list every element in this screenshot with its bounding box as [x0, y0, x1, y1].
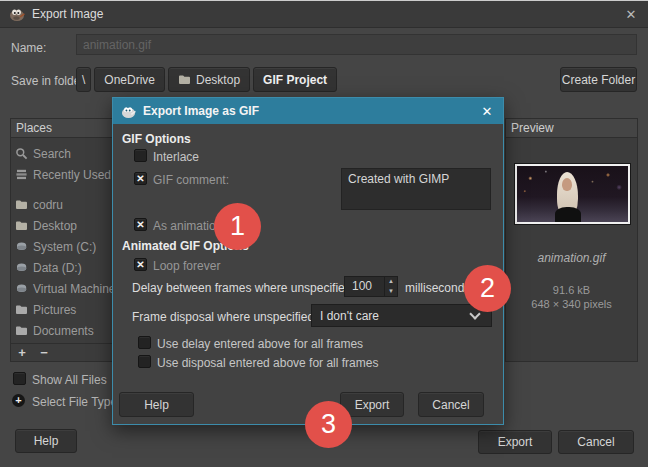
add-place-button[interactable]: +	[11, 345, 33, 360]
as-animation-checkbox[interactable]	[134, 218, 147, 231]
place-item-system-c[interactable]: System (C:)	[11, 236, 114, 257]
name-label: Name:	[11, 41, 46, 55]
search-icon	[15, 147, 28, 160]
use-delay-checkbox[interactable]	[138, 336, 151, 349]
place-label: Recently Used	[33, 168, 111, 182]
place-label: System (C:)	[33, 240, 96, 254]
place-item-documents[interactable]: Documents	[11, 320, 114, 341]
loop-forever-checkbox[interactable]	[134, 258, 147, 271]
annotation-step-3: 3	[305, 401, 352, 448]
filename-input[interactable]	[76, 34, 637, 55]
window-close-icon[interactable]: ✕	[614, 1, 648, 28]
breadcrumb-desktop[interactable]: Desktop	[168, 67, 250, 92]
interlace-label: Interlace	[153, 150, 199, 164]
folder-icon	[15, 303, 28, 316]
place-label: Pictures	[33, 303, 76, 317]
delay-label: Delay between frames where unspecified:	[132, 281, 355, 295]
frame-disposal-dropdown[interactable]: I don't care	[311, 304, 492, 327]
folder-icon	[178, 73, 191, 86]
places-panel: Places Search Recently Used	[10, 118, 115, 362]
export-gif-dialog: Export Image as GIF ✕ GIF Options Interl…	[112, 97, 504, 425]
place-label: codru	[33, 198, 63, 212]
place-item-codru[interactable]: codru	[11, 194, 114, 215]
frame-disposal-value: I don't care	[312, 309, 471, 323]
window-title: Export Image	[32, 7, 103, 21]
use-disposal-label: Use disposal entered above for all frame…	[157, 356, 378, 370]
create-folder-button[interactable]: Create Folder	[560, 67, 637, 92]
breadcrumb-onedrive[interactable]: OneDrive	[94, 67, 165, 92]
gif-help-button[interactable]: Help	[119, 392, 194, 417]
place-label: Documents	[33, 324, 94, 338]
gimp-wilber-icon	[9, 6, 25, 22]
places-footer: + −	[11, 343, 114, 361]
place-label: Data (D:)	[33, 261, 82, 275]
window-titlebar: Export Image ✕	[0, 1, 648, 28]
gif-options-header: GIF Options	[122, 132, 191, 146]
annotation-step-1: 1	[214, 203, 261, 250]
loop-forever-label: Loop forever	[153, 259, 220, 273]
places-header: Places	[11, 119, 114, 138]
place-item-data-d[interactable]: Data (D:)	[11, 257, 114, 278]
folder-icon	[15, 198, 28, 211]
annotation-step-2: 2	[464, 265, 511, 312]
preview-panel: Preview animation.gif 91.6 kB 648 × 340 …	[505, 118, 638, 362]
preview-filename: animation.gif	[506, 251, 637, 265]
place-label: Desktop	[33, 219, 77, 233]
spin-down-icon[interactable]: ▼	[385, 287, 397, 297]
gif-dialog-title: Export Image as GIF	[143, 104, 259, 118]
select-file-type-label: Select File Type	[32, 395, 117, 409]
gif-dialog-titlebar: Export Image as GIF ✕	[113, 98, 503, 124]
place-item-virtual-machines[interactable]: Virtual Machines	[11, 278, 114, 299]
gif-comment-checkbox[interactable]	[134, 172, 147, 185]
use-delay-label: Use delay entered above for all frames	[157, 337, 363, 351]
place-item-pictures[interactable]: Pictures	[11, 299, 114, 320]
show-all-files-label: Show All Files	[32, 373, 107, 387]
place-label: Virtual Machines	[33, 282, 114, 296]
window-top-edge	[0, 0, 648, 1]
interlace-checkbox[interactable]	[134, 149, 147, 162]
recently-used-icon	[15, 168, 28, 181]
breadcrumb-desktop-label: Desktop	[196, 73, 240, 87]
place-item-search[interactable]: Search	[11, 143, 114, 164]
spinner-buttons: ▲ ▼	[384, 277, 397, 296]
remove-place-button[interactable]: −	[33, 345, 55, 360]
gif-dialog-close-icon[interactable]: ✕	[475, 101, 499, 121]
preview-thumbnail	[515, 164, 630, 224]
folder-icon	[15, 219, 28, 232]
select-file-type-expander-icon[interactable]: +	[12, 394, 25, 407]
gimp-wilber-icon	[121, 104, 136, 119]
breadcrumb: \ OneDrive Desktop GIF Project	[76, 67, 337, 92]
drive-icon	[15, 261, 28, 274]
show-all-files-checkbox[interactable]	[13, 372, 26, 385]
export-button[interactable]: Export	[478, 430, 552, 454]
spin-up-icon[interactable]: ▲	[385, 277, 397, 287]
gif-comment-textarea[interactable]: Created with GIMP	[341, 168, 491, 210]
cancel-button[interactable]: Cancel	[558, 430, 634, 454]
gif-comment-label: GIF comment:	[153, 173, 229, 187]
as-animation-label: As animation	[153, 219, 222, 233]
milliseconds-label: milliseconds	[405, 281, 470, 295]
delay-spinner[interactable]: 100 ▲ ▼	[344, 276, 398, 297]
place-label: Search	[33, 147, 71, 161]
delay-value[interactable]: 100	[345, 277, 384, 296]
drive-icon	[15, 240, 28, 253]
preview-header: Preview	[506, 119, 637, 138]
frame-disposal-label: Frame disposal where unspecified:	[132, 310, 317, 324]
preview-filesize: 91.6 kB	[506, 284, 637, 296]
place-item-desktop[interactable]: Desktop	[11, 215, 114, 236]
folder-icon	[15, 324, 28, 337]
preview-dimensions: 648 × 340 pixels	[506, 298, 637, 310]
drive-icon	[15, 282, 28, 295]
help-button[interactable]: Help	[15, 429, 77, 453]
breadcrumb-gif-project[interactable]: GIF Project	[253, 67, 337, 92]
export-image-window: Export Image ✕ Name: Save in folder: \ O…	[0, 0, 648, 467]
place-item-recently-used[interactable]: Recently Used	[11, 164, 114, 185]
use-disposal-checkbox[interactable]	[138, 355, 151, 368]
breadcrumb-root[interactable]: \	[76, 67, 91, 92]
gif-cancel-button[interactable]: Cancel	[418, 392, 484, 417]
